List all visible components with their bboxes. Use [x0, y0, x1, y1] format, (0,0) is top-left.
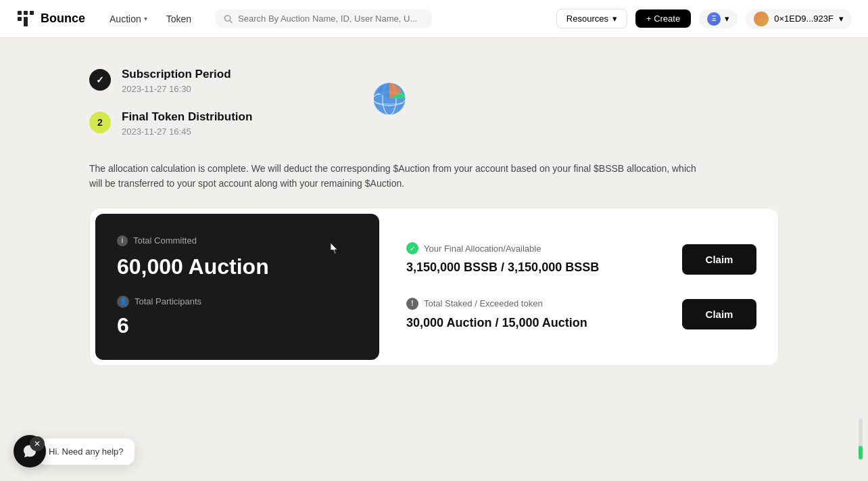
logo[interactable]: Bounce — [16, 9, 85, 28]
participants-value: 6 — [117, 313, 358, 338]
search-bar[interactable] — [216, 9, 432, 28]
wallet-chevron-icon: ▾ — [839, 14, 844, 24]
participants-label-row: 👤 Total Participants — [117, 296, 358, 308]
step-1-title: Subscription Period — [122, 68, 231, 81]
scroll-thumb — [859, 446, 863, 459]
eth-network-badge[interactable]: Ξ ▾ — [699, 9, 738, 28]
step-2-title: Final Token Distribution — [122, 110, 252, 124]
auction-label: Auction — [110, 14, 141, 24]
step-1-icon: ✓ — [89, 69, 111, 91]
eth-chevron-icon: ▾ — [725, 14, 729, 24]
right-panel: ✓ Your Final Allocation/Available 3,150,… — [385, 208, 778, 365]
timeline-item-2: 2 Final Token Distribution 2023-11-27 16… — [89, 102, 779, 145]
svg-rect-3 — [24, 17, 28, 26]
auction-chevron-icon: ▾ — [144, 15, 147, 22]
allocation-row-2: ! Total Staked / Exceeded token 30,000 A… — [406, 298, 756, 331]
staked-label-row: ! Total Staked / Exceeded token — [406, 298, 587, 310]
step-2-timestamp: 2023-11-27 16:45 — [122, 127, 252, 137]
alert-icon: ! — [406, 298, 418, 310]
claim-button-1[interactable]: Claim — [682, 244, 756, 275]
svg-rect-4 — [30, 11, 34, 15]
check-icon-1: ✓ — [406, 242, 418, 254]
allocation-value-1: 3,150,000 BSSB / 3,150,000 BSSB — [406, 260, 599, 275]
resources-label: Resources — [566, 14, 608, 24]
wallet-address: 0×1ED9...923F — [774, 14, 834, 24]
chat-message: Hi. Need any help? — [49, 446, 124, 457]
globe-icon — [372, 81, 407, 116]
token-label: Token — [166, 14, 191, 24]
resources-button[interactable]: Resources ▾ — [556, 9, 627, 28]
chat-bubble: Hi. Need any help? — [38, 438, 135, 465]
allocation-label-text: Your Final Allocation/Available — [424, 244, 541, 254]
staked-label-text: Total Staked / Exceeded token — [424, 298, 543, 308]
nav-right: Resources ▾ + Create Ξ ▾ 0×1ED9...923F ▾ — [556, 9, 852, 29]
wallet-button[interactable]: 0×1ED9...923F ▾ — [746, 9, 852, 29]
allocation-info-1: ✓ Your Final Allocation/Available 3,150,… — [406, 242, 599, 275]
scroll-indicator — [859, 419, 863, 459]
allocation-info-2: ! Total Staked / Exceeded token 30,000 A… — [406, 298, 587, 331]
committed-value: 60,000 Auction — [117, 254, 358, 279]
chat-close-button[interactable]: ✕ — [30, 436, 45, 451]
logo-text: Bounce — [41, 12, 85, 26]
timeline-item-1: ✓ Subscription Period 2023-11-27 16:30 — [89, 60, 779, 102]
search-icon — [224, 14, 233, 24]
create-button[interactable]: + Create — [635, 9, 691, 28]
claim-button-2[interactable]: Claim — [682, 299, 756, 329]
token-nav[interactable]: Token — [158, 9, 199, 28]
description-text: The allocation calculation is complete. … — [89, 161, 698, 191]
globe-decoration — [372, 81, 407, 119]
bounce-logo-icon — [16, 9, 35, 28]
allocation-row-1: ✓ Your Final Allocation/Available 3,150,… — [406, 242, 756, 275]
navbar: Bounce Auction ▾ Token Resources ▾ + Cre… — [0, 0, 868, 38]
participants-label: Total Participants — [135, 296, 201, 306]
committed-info-icon: i — [117, 235, 128, 246]
allocation-card: i Total Committed 60,000 Auction 👤 Total… — [89, 208, 779, 366]
auction-nav[interactable]: Auction ▾ — [101, 9, 155, 28]
staked-value: 30,000 Auction / 15,000 Auction — [406, 315, 587, 331]
step-2-content: Final Token Distribution 2023-11-27 16:4… — [122, 110, 252, 137]
ethereum-icon: Ξ — [707, 12, 721, 26]
svg-rect-1 — [24, 11, 28, 15]
committed-label: Total Committed — [133, 235, 197, 246]
svg-rect-2 — [18, 17, 22, 21]
step-1-content: Subscription Period 2023-11-27 16:30 — [122, 68, 231, 94]
timeline: ✓ Subscription Period 2023-11-27 16:30 2… — [89, 60, 779, 145]
step-1-timestamp: 2023-11-27 16:30 — [122, 84, 231, 94]
main-content: ✓ Subscription Period 2023-11-27 16:30 2… — [62, 38, 806, 388]
dark-panel: i Total Committed 60,000 Auction 👤 Total… — [95, 214, 379, 360]
svg-line-6 — [230, 20, 232, 22]
participants-user-icon: 👤 — [117, 296, 129, 308]
create-label: + Create — [646, 14, 680, 24]
committed-label-row: i Total Committed — [117, 235, 358, 246]
search-input[interactable] — [238, 14, 424, 24]
avatar — [754, 12, 769, 26]
nav-links: Auction ▾ Token — [101, 9, 199, 28]
allocation-label-1: ✓ Your Final Allocation/Available — [406, 242, 599, 254]
svg-rect-0 — [18, 11, 22, 15]
resources-chevron-icon: ▾ — [612, 14, 617, 24]
step-2-icon: 2 — [89, 112, 111, 133]
